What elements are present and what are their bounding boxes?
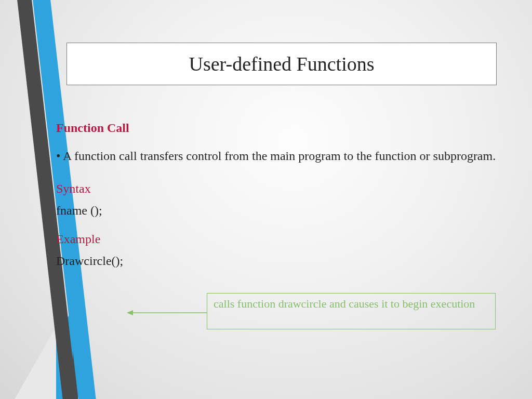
example-code: Drawcircle(); bbox=[56, 252, 503, 269]
slide-title-box: User-defined Functions bbox=[66, 43, 497, 85]
slide-body: Function Call • A function call transfer… bbox=[56, 119, 503, 281]
callout-text: calls function drawcircle and causes it … bbox=[214, 297, 475, 310]
svg-marker-1 bbox=[127, 310, 133, 315]
example-heading: Example bbox=[56, 231, 503, 247]
slide-title: User-defined Functions bbox=[189, 52, 375, 75]
bullet-line: • A function call transfers control from… bbox=[56, 149, 496, 163]
bullet-text: • A function call transfers control from… bbox=[56, 148, 503, 164]
callout-arrow bbox=[127, 308, 210, 318]
slide: User-defined Functions Function Call • A… bbox=[0, 0, 532, 399]
syntax-heading: Syntax bbox=[56, 180, 503, 197]
facet-wedge-light bbox=[0, 326, 56, 399]
syntax-code: fname (); bbox=[56, 202, 503, 219]
callout-box: calls function drawcircle and causes it … bbox=[207, 293, 496, 329]
section-heading: Function Call bbox=[56, 119, 503, 136]
